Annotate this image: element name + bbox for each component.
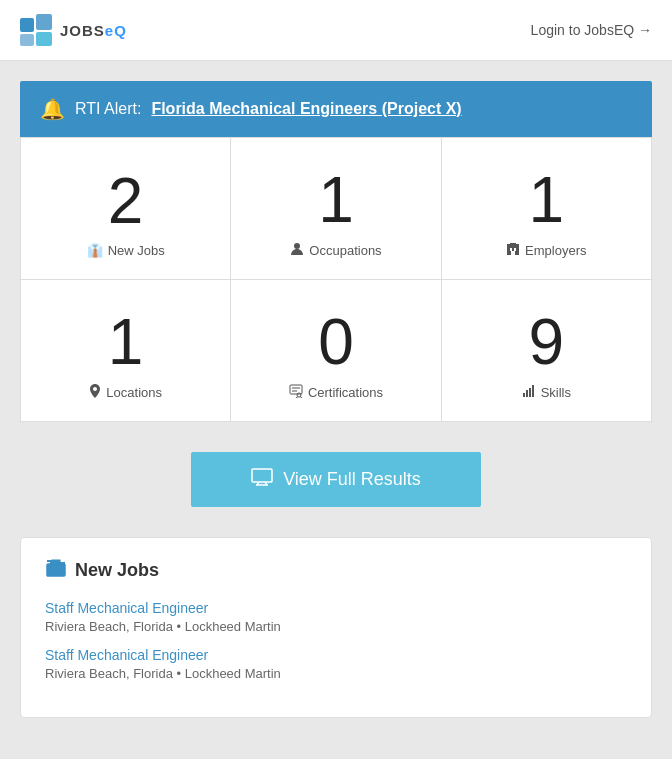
stats-grid: 2 👔 New Jobs 1 Occupations 1 E xyxy=(20,137,652,422)
stat-employers-value: 1 xyxy=(529,168,565,232)
stat-locations[interactable]: 1 Locations xyxy=(21,280,231,422)
person-icon xyxy=(290,242,304,259)
svg-rect-0 xyxy=(20,18,34,32)
alert-banner: 🔔 RTI Alert: Florida Mechanical Engineer… xyxy=(20,81,652,137)
stat-skills[interactable]: 9 Skills xyxy=(442,280,652,422)
stat-locations-label: Locations xyxy=(89,384,162,401)
stat-skills-label: Skills xyxy=(522,384,571,401)
alert-prefix: RTI Alert: xyxy=(75,100,141,118)
stat-occupations-label: Occupations xyxy=(290,242,381,259)
svg-rect-6 xyxy=(510,248,512,251)
stat-occupations-value: 1 xyxy=(318,168,354,232)
svg-point-4 xyxy=(294,243,300,249)
skills-icon xyxy=(522,384,536,401)
svg-line-14 xyxy=(296,397,298,399)
view-results-button[interactable]: View Full Results xyxy=(191,452,481,507)
briefcase-icon: 👔 xyxy=(87,243,103,258)
svg-rect-1 xyxy=(20,34,34,46)
stat-certifications-label: Certifications xyxy=(289,384,383,401)
new-jobs-section: New Jobs Staff Mechanical Engineer Rivie… xyxy=(20,537,652,718)
alert-link[interactable]: Florida Mechanical Engineers (Project X) xyxy=(151,100,461,118)
svg-line-15 xyxy=(300,397,302,399)
stat-locations-value: 1 xyxy=(108,310,144,374)
certificate-icon xyxy=(289,384,303,401)
svg-rect-9 xyxy=(511,251,515,255)
job-meta-1: Riviera Beach, Florida • Lockheed Martin xyxy=(45,619,627,634)
header: JOBSeQ Login to JobsEQ → xyxy=(0,0,672,61)
stat-new-jobs[interactable]: 2 👔 New Jobs xyxy=(21,138,231,280)
job-link-1[interactable]: Staff Mechanical Engineer xyxy=(45,600,208,616)
job-link-2[interactable]: Staff Mechanical Engineer xyxy=(45,647,208,663)
jobseq-logo-icon xyxy=(20,14,52,46)
svg-rect-7 xyxy=(514,248,516,251)
svg-rect-3 xyxy=(36,32,52,46)
svg-rect-18 xyxy=(529,388,531,397)
svg-rect-17 xyxy=(526,390,528,397)
svg-rect-16 xyxy=(523,393,525,397)
stat-certifications[interactable]: 0 Certifications xyxy=(231,280,441,422)
logo-text: JOBSeQ xyxy=(60,22,127,39)
svg-rect-2 xyxy=(36,14,52,30)
svg-rect-19 xyxy=(532,385,534,397)
new-jobs-section-icon xyxy=(45,558,67,583)
stat-certifications-value: 0 xyxy=(318,310,354,374)
stat-skills-value: 9 xyxy=(529,310,565,374)
stat-employers-label: Employers xyxy=(506,242,586,259)
svg-rect-20 xyxy=(252,469,272,482)
main-content: 🔔 RTI Alert: Florida Mechanical Engineer… xyxy=(0,61,672,738)
svg-rect-10 xyxy=(290,385,302,394)
view-results-container: View Full Results xyxy=(20,452,652,507)
stat-employers[interactable]: 1 Employers xyxy=(442,138,652,280)
job-item-1: Staff Mechanical Engineer Riviera Beach,… xyxy=(45,599,627,634)
logo: JOBSeQ xyxy=(20,14,127,46)
new-jobs-title: New Jobs xyxy=(45,558,627,583)
job-item-2: Staff Mechanical Engineer Riviera Beach,… xyxy=(45,646,627,681)
screen-icon xyxy=(251,468,273,491)
stat-occupations[interactable]: 1 Occupations xyxy=(231,138,441,280)
bell-icon: 🔔 xyxy=(40,97,65,121)
svg-rect-8 xyxy=(510,243,516,245)
building-icon xyxy=(506,242,520,259)
stat-new-jobs-label: 👔 New Jobs xyxy=(87,243,165,258)
job-meta-2: Riviera Beach, Florida • Lockheed Martin xyxy=(45,666,627,681)
stat-new-jobs-value: 2 xyxy=(108,169,144,233)
pin-icon xyxy=(89,384,101,401)
login-link[interactable]: Login to JobsEQ → xyxy=(531,22,652,38)
